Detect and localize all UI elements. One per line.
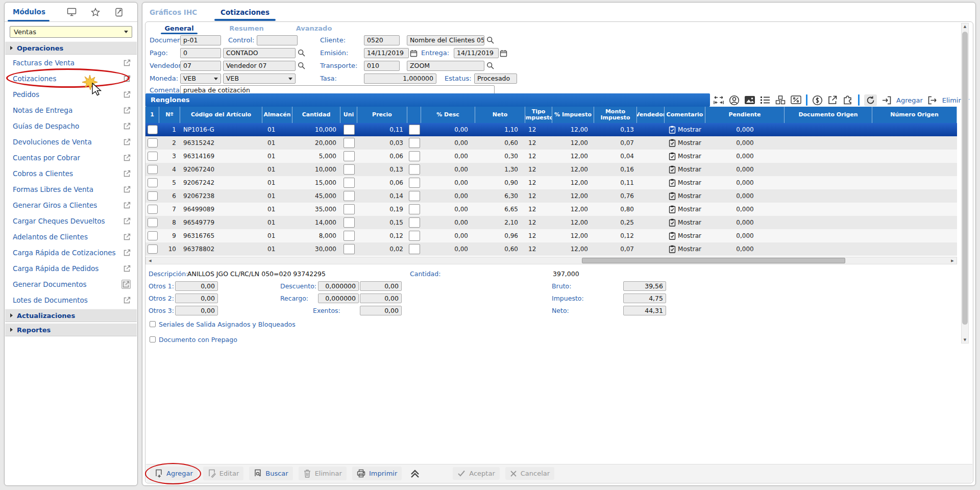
calendar-icon[interactable] [410,48,419,58]
grid-header-num[interactable]: Nº [159,107,180,123]
flag-checkbox[interactable] [409,138,420,148]
tasa-field[interactable]: 1,000000 [364,74,436,84]
sidebar-item-facturas-de-venta[interactable]: Facturas de Venta [5,55,137,70]
table-row[interactable]: 10963788020130,0000,020,000,601212,000,0… [145,242,957,256]
mostrar-comment-button[interactable]: Mostrar [669,245,701,253]
table-row[interactable]: 1NP1016-G0110,0000,110,001,101212,000,13… [145,123,957,136]
table-row[interactable]: 7964990890135,0000,190,006,651212,000,80… [145,203,957,216]
flag-checkbox[interactable] [409,191,420,201]
flag-checkbox[interactable] [409,178,420,188]
agregar-button[interactable]: Agregar [150,467,198,480]
mostrar-comment-button[interactable]: Mostrar [669,218,701,227]
list-icon[interactable] [760,95,770,105]
pago-code-field[interactable]: 0 [180,48,221,58]
dollar-icon[interactable] [812,95,823,106]
uni-checkbox[interactable] [344,231,355,241]
descuento-pct-field[interactable]: 0,000000 [318,281,359,291]
search-icon[interactable] [298,48,307,58]
uni-checkbox[interactable] [344,151,355,161]
recargo-pct-field[interactable]: 0,000000 [318,293,359,303]
section-reportes[interactable]: Reportes [5,323,137,336]
row-select-checkbox[interactable] [148,178,158,187]
table-row[interactable]: 5920672420115,0000,060,000,901212,000,11… [145,176,957,189]
horizontal-scrollbar[interactable]: ◀ ▶ [145,257,957,264]
uni-checkbox[interactable] [344,178,355,188]
grid-header-comentario[interactable]: Comentario [665,107,705,123]
module-select[interactable]: Ventas [10,26,132,38]
grid-header-monto_impuesto[interactable]: Monto Impuesto [594,107,637,123]
table-row[interactable]: 2963152420120,0000,030,000,601212,000,07… [145,136,957,150]
mostrar-comment-button[interactable]: Mostrar [669,205,701,213]
mostrar-comment-button[interactable]: Mostrar [669,165,701,174]
scroll-down-icon[interactable]: ▼ [962,338,968,342]
puzzle-icon[interactable] [842,95,853,105]
control-field[interactable] [257,35,298,45]
mostrar-comment-button[interactable]: Mostrar [669,139,701,147]
row-select-checkbox[interactable] [148,231,158,240]
uni-checkbox[interactable] [344,244,355,254]
cancelar-button[interactable]: Cancelar [505,467,554,480]
flag-checkbox[interactable] [409,204,420,214]
sidebar-item-cuentas-por-cobrar[interactable]: Cuentas por Cobrar [5,150,137,165]
documento-field[interactable]: p-01 [180,35,221,45]
otros3-field[interactable]: 0,00 [175,306,218,315]
calendar-icon[interactable] [500,48,509,58]
moneda-select-2[interactable]: VEB [223,74,296,84]
tab-cotizaciones[interactable]: Cotizaciones [219,4,271,21]
otros1-field[interactable]: 0,00 [175,281,218,291]
grid-header-num_origen[interactable]: Número Origen [872,107,957,123]
entrega-field[interactable]: 14/11/2019 [454,48,499,58]
sidebar-item-devoluciones-de-venta[interactable]: Devoluciones de Venta [5,134,137,150]
subtab-avanzado[interactable]: Avanzado [280,22,348,34]
vendedor-name-field[interactable]: Vendedor 07 [223,61,296,71]
flag-checkbox[interactable] [409,244,420,254]
grid-header-pct_impuesto[interactable]: % Impuesto [552,107,594,123]
flag-checkbox[interactable] [409,231,420,241]
uni-checkbox[interactable] [344,217,355,228]
vendedor-code-field[interactable]: 07 [180,61,221,71]
row-delete-icon[interactable] [927,95,938,105]
sidebar-item-lotes-de-documentos[interactable]: Lotes de Documentos [5,292,137,308]
vertical-scrollbar[interactable]: ▲ ▼ [961,23,969,344]
section-actualizaciones[interactable]: Actualizaciones [5,309,137,322]
seriales-checkbox[interactable] [150,321,156,327]
sidebar-item-cargar-cheques-devueltos[interactable]: Cargar Cheques Devueltos [5,213,137,229]
search-icon[interactable] [298,61,307,70]
moneda-select-1[interactable]: VEB [180,74,221,84]
sidebar-item-adelantos-de-clientes[interactable]: Adelantos de Clientes [5,229,137,244]
percent-icon[interactable] [791,95,801,105]
editar-button[interactable]: Editar [203,467,244,480]
flag-checkbox[interactable] [409,151,420,161]
sidebar-item-cotizaciones[interactable]: Cotizaciones [5,70,137,86]
flag-checkbox[interactable] [409,125,420,135]
grid-header-cantidad[interactable]: Cantidad [292,107,340,123]
monitor-icon[interactable] [67,8,77,16]
row-select-checkbox[interactable] [148,191,158,201]
table-row[interactable]: 396314169015,0000,060,000,301212,000,04M… [145,150,957,163]
grid-header-almacen[interactable]: Almacén [262,107,292,123]
row-select-checkbox[interactable] [148,244,158,254]
uni-checkbox[interactable] [344,191,355,201]
flag-checkbox[interactable] [409,164,420,175]
search-icon[interactable] [486,61,496,70]
grid-header-desc[interactable]: % Desc [421,107,475,123]
sidebar-item-generar-giros-a-clientes[interactable]: Generar Giros a Clientes [5,197,137,213]
sidebar-item-formas-libres-de-venta[interactable]: Formas Libres de Venta [5,181,137,197]
row-select-checkbox[interactable] [148,138,158,148]
subtab-resumen[interactable]: Resumen [213,22,280,34]
table-row[interactable]: 8965497790114,0000,150,002,101212,000,25… [145,216,957,229]
grid-agregar-button[interactable]: Agregar [896,96,923,104]
scroll-up-icon[interactable]: ▲ [962,24,968,29]
image-icon[interactable] [744,95,755,105]
recargo-monto-field[interactable]: 0,00 [360,293,402,303]
grid-header-vendedor[interactable]: Vendedor [637,107,665,123]
row-add-icon[interactable] [881,95,892,105]
sidebar-item-carga-rapida-de-cotizaciones[interactable]: Carga Rápida de Cotizaciones [5,244,137,260]
pago-name-field[interactable]: CONTADO [223,48,296,58]
export-icon[interactable] [827,95,838,105]
uni-checkbox[interactable] [344,204,355,214]
buscar-button[interactable]: Buscar [249,467,292,480]
table-row[interactable]: 6920672380145,0000,140,006,301212,000,76… [145,189,957,203]
row-select-checkbox[interactable] [148,165,158,174]
tab-modulos[interactable]: Módulos [5,3,53,21]
